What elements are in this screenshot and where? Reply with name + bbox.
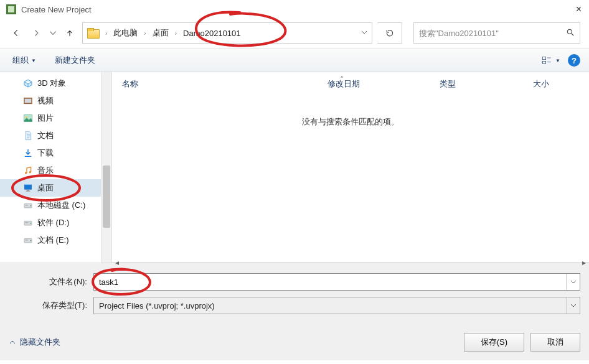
new-folder-label: 新建文件夹 [55,55,95,66]
tree-item-label: 文档 (E:) [37,235,69,246]
picture-icon [22,113,34,123]
app-icon [6,4,16,14]
tree-item-picture[interactable]: 图片 [0,110,111,127]
filename-input[interactable] [94,278,566,287]
tree-item-label: 桌面 [37,182,54,194]
tree-item-disk[interactable]: 本地磁盘 (C:) [0,197,111,214]
svg-rect-4 [25,99,32,103]
address-bar[interactable]: › 此电脑 › 桌面 › Damo20210101 [82,22,372,44]
view-options-button[interactable] [539,55,554,66]
new-folder-button[interactable]: 新建文件夹 [51,52,99,68]
tree-item-label: 视频 [37,95,54,106]
hide-folders-label: 隐藏文件夹 [20,337,60,348]
main-area: 3D 对象视频图片文档下载音乐桌面本地磁盘 (C:)软件 (D:)文档 (E:)… [0,72,589,263]
sidebar-scrollbar[interactable] [101,72,111,263]
document-icon [22,131,34,141]
breadcrumb-segment[interactable]: Damo20210101 [182,27,242,39]
hide-folders-toggle[interactable]: 隐藏文件夹 [9,337,60,348]
filetype-value: Project Files (*.uvproj; *.uvprojx) [94,301,566,310]
save-button[interactable]: 保存(S) [464,333,524,352]
svg-rect-9 [24,185,32,190]
svg-rect-1 [542,57,545,60]
breadcrumb-segment[interactable]: 桌面 [151,26,170,40]
tree-item-label: 本地磁盘 (C:) [37,200,85,211]
svg-rect-20 [25,240,28,240]
help-icon[interactable]: ? [568,54,580,67]
back-button[interactable] [9,26,24,40]
close-icon[interactable]: × [576,4,582,15]
sort-indicator-icon: ˄ [340,75,344,84]
filename-dropdown[interactable] [566,274,580,290]
tree-item-music[interactable]: 音乐 [0,162,111,179]
view-dropdown[interactable]: ▼ [554,58,562,63]
column-name[interactable]: 名称 [122,78,327,90]
cancel-button[interactable]: 取消 [530,333,580,352]
svg-rect-17 [25,222,28,223]
content-h-scrollbar[interactable]: ◂ ▸ [112,262,589,263]
tree-item-label: 下载 [37,147,54,159]
tree-item-document[interactable]: 文档 [0,127,111,144]
breadcrumb-segment[interactable]: 此电脑 [112,26,139,40]
column-modified[interactable]: 修改日期 [327,78,440,90]
refresh-button[interactable] [377,22,402,44]
forward-button[interactable] [29,26,44,40]
column-type[interactable]: 类型 [440,78,533,90]
empty-message: 没有与搜索条件匹配的项。 [112,116,589,128]
tree-item-monitor[interactable]: 桌面 [0,179,111,197]
filetype-dropdown[interactable] [566,297,580,314]
svg-point-19 [30,240,31,241]
svg-rect-11 [26,191,31,192]
folder-tree: 3D 对象视频图片文档下载音乐桌面本地磁盘 (C:)软件 (D:)文档 (E:) [0,72,112,263]
organize-label: 组织 [12,55,29,66]
tree-item-video[interactable]: 视频 [0,92,111,110]
filetype-row: 保存类型(T): Project Files (*.uvproj; *.uvpr… [9,297,580,314]
window-title: Create New Project [21,5,92,14]
tree-item-label: 音乐 [37,165,54,176]
chevron-right-icon[interactable]: › [103,30,110,37]
tree-item-label: 图片 [37,113,54,124]
footer: 隐藏文件夹 保存(S) 取消 [0,327,589,360]
filetype-combo[interactable]: Project Files (*.uvproj; *.uvprojx) [93,297,580,314]
disk-icon [22,200,34,210]
file-list: ˄ 名称 修改日期 类型 大小 没有与搜索条件匹配的项。 ◂ ▸ [112,72,589,263]
nav-row: › 此电脑 › 桌面 › Damo20210101 [0,19,589,49]
up-button[interactable] [62,26,77,40]
toolbar: 组织 ▼ 新建文件夹 ▼ ? [0,49,589,72]
filename-label: 文件名(N): [9,276,93,287]
tree-item-disk[interactable]: 软件 (D:) [0,214,111,231]
chevron-down-icon: ▼ [31,58,36,63]
chevron-right-icon[interactable]: › [172,30,179,37]
svg-rect-10 [27,190,29,190]
filetype-label: 保存类型(T): [9,300,93,311]
recent-dropdown[interactable] [49,26,57,40]
svg-rect-14 [25,205,28,205]
tree-item-label: 文档 [37,130,54,141]
organize-menu[interactable]: 组织 ▼ [9,52,40,68]
monitor-icon [22,183,34,193]
column-size[interactable]: 大小 [533,78,570,90]
column-headers: ˄ 名称 修改日期 类型 大小 [112,72,589,94]
tree-item-download[interactable]: 下载 [0,144,111,162]
search-icon[interactable] [566,28,575,39]
svg-rect-2 [542,61,545,63]
search-input[interactable] [419,29,566,38]
svg-point-13 [30,205,31,207]
svg-point-0 [567,29,572,34]
tree-item-disk[interactable]: 文档 (E:) [0,231,111,249]
search-box[interactable] [413,22,580,44]
svg-point-16 [30,223,31,224]
address-dropdown[interactable] [360,29,368,38]
tree-item-label: 软件 (D:) [37,217,69,228]
chevron-down-icon: ▼ [555,58,560,63]
svg-point-7 [25,172,27,174]
disk-icon [22,218,34,228]
svg-point-8 [29,171,31,173]
download-icon [22,148,34,158]
cube-icon [22,78,34,88]
chevron-right-icon[interactable]: › [141,30,148,37]
titlebar: Create New Project × [0,0,589,19]
tree-item-label: 3D 对象 [37,78,66,89]
tree-item-cube[interactable]: 3D 对象 [0,75,111,92]
filename-field[interactable] [93,273,580,291]
disk-icon [22,235,34,245]
